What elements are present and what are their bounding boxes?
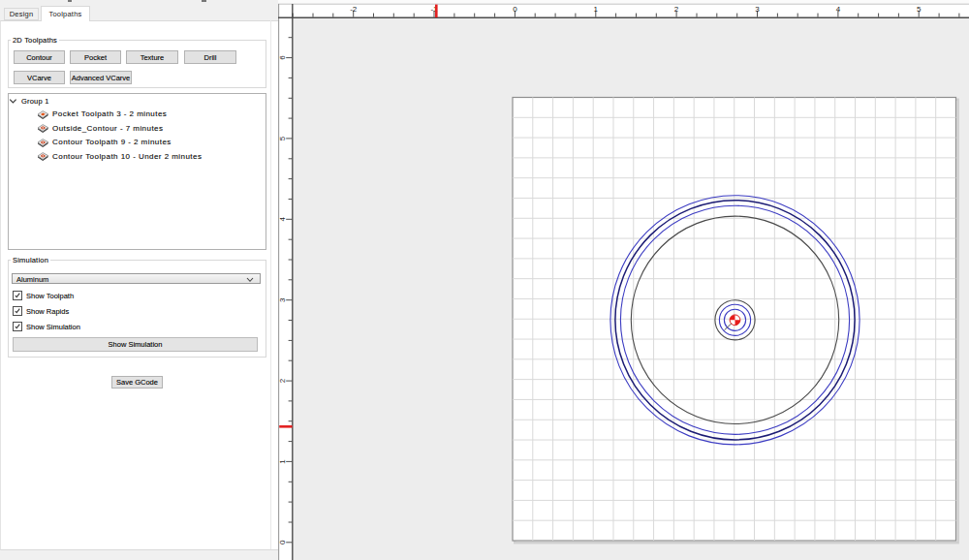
svg-text:3: 3 (278, 297, 287, 302)
svg-text:1: 1 (594, 5, 599, 14)
svg-text:6: 6 (278, 55, 287, 60)
svg-text:4: 4 (836, 5, 841, 14)
svg-text:-2: -2 (350, 5, 358, 14)
svg-text:2: 2 (278, 378, 287, 383)
svg-text:0: 0 (513, 5, 517, 14)
svg-text:2: 2 (674, 5, 679, 14)
svg-text:4: 4 (278, 217, 287, 222)
svg-text:1: 1 (278, 459, 287, 464)
svg-text:3: 3 (755, 5, 760, 14)
svg-text:5: 5 (917, 5, 922, 14)
svg-text:0: 0 (278, 540, 287, 544)
svg-text:5: 5 (278, 136, 287, 140)
